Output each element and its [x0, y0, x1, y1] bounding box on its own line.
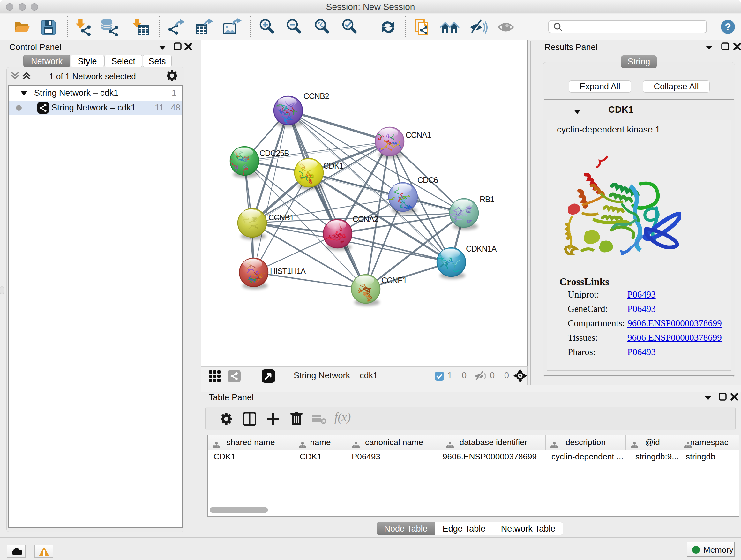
svg-text:CCNE1: CCNE1 [381, 276, 407, 285]
svg-text:?: ? [725, 21, 731, 33]
svg-text:CDK1: CDK1 [323, 161, 343, 170]
svg-text:CCNB1: CCNB1 [268, 213, 294, 222]
svg-text:CDC6: CDC6 [417, 176, 438, 185]
svg-text:CDC25B: CDC25B [259, 149, 289, 158]
svg-text:RB1: RB1 [480, 195, 494, 204]
svg-text:CCNA1: CCNA1 [406, 131, 431, 139]
svg-text:CCNB2: CCNB2 [304, 91, 329, 101]
svg-text:CCNA2: CCNA2 [353, 214, 378, 224]
svg-text:CDKN1A: CDKN1A [466, 244, 497, 253]
svg-text:HIST1H1A: HIST1H1A [270, 266, 306, 275]
